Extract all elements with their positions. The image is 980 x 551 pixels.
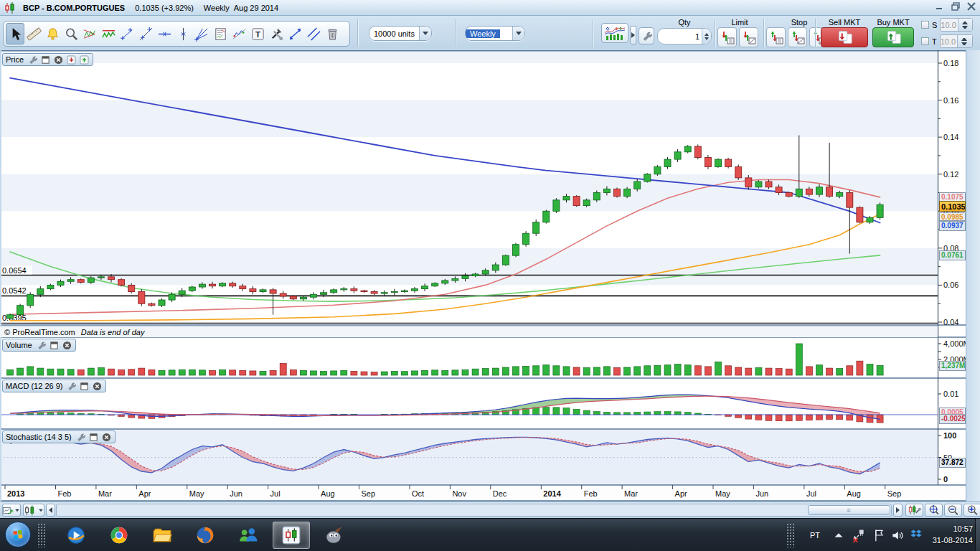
close-icon[interactable] [101, 432, 112, 443]
window-icon[interactable] [88, 432, 99, 443]
chart-tools-button[interactable] [905, 504, 923, 517]
scroll-left-button[interactable] [46, 504, 55, 517]
pointer-tool-button[interactable] [6, 23, 24, 44]
order-stop-diag-button[interactable] [788, 27, 807, 47]
tray-grip[interactable] [786, 523, 795, 547]
units-dropdown[interactable]: 10000 units [369, 26, 432, 41]
wrench-icon[interactable] [27, 55, 38, 65]
buy-market-button[interactable] [872, 27, 914, 47]
close-icon[interactable] [92, 381, 103, 392]
action-flag-icon[interactable] [871, 527, 887, 543]
taskbar-app-media-player[interactable] [57, 522, 95, 549]
network-error-icon[interactable] [851, 527, 867, 543]
zoom-out-button[interactable] [944, 504, 962, 517]
toolbox-icon [269, 27, 284, 42]
taskbar-app-chrome[interactable] [100, 522, 138, 549]
target-stepper[interactable] [957, 35, 972, 47]
taskbar-app-explorer[interactable] [143, 522, 181, 549]
eraser-tool-button[interactable] [323, 23, 341, 44]
collapse-up-icon[interactable] [79, 55, 90, 65]
right-panel-strip[interactable] [966, 50, 980, 501]
close-icon[interactable] [53, 55, 64, 65]
window-icon[interactable] [49, 340, 60, 351]
order-limit-diag-button[interactable] [739, 27, 758, 47]
show-desktop-button[interactable] [975, 519, 980, 551]
order-stop-button[interactable] [766, 27, 786, 47]
ruler-icon [27, 27, 42, 42]
taskbar-app-messenger[interactable] [230, 522, 267, 549]
taskbar-app-firefox[interactable] [187, 522, 224, 549]
price-axis-label: 0.14 [943, 133, 958, 141]
target-checkbox[interactable] [921, 37, 929, 45]
window-icon[interactable] [40, 55, 51, 65]
collapse-down-icon[interactable] [66, 55, 77, 65]
caret-up-icon[interactable] [831, 527, 847, 543]
taskbar-app-prorealtime[interactable] [273, 522, 310, 549]
wrench-icon[interactable] [36, 340, 47, 351]
semi-line-tool-button[interactable] [118, 23, 136, 44]
price-badge-blue-ma: 0.0937 [939, 221, 966, 231]
channel-tool-button[interactable] [99, 23, 118, 44]
scroll-right-button[interactable] [893, 504, 903, 517]
taskbar-app-gimp[interactable] [316, 522, 353, 549]
objects-list-button[interactable] [23, 504, 44, 517]
stochastic-panel-header[interactable]: Stochastic (14 3 5) [2, 430, 116, 443]
zoom-in-button[interactable] [963, 504, 980, 517]
stop-loss-value: 10.0 [941, 21, 957, 29]
parallel-lines-tool-button[interactable] [304, 23, 323, 44]
volume-panel-header[interactable]: Volume [2, 339, 76, 352]
chart-scrollbar-thumb[interactable]: ≡ [808, 505, 890, 515]
restore-button[interactable] [951, 2, 960, 12]
close-window-button[interactable] [967, 2, 976, 12]
wrench-icon[interactable] [75, 432, 86, 443]
ruler-tool-button[interactable] [24, 23, 43, 44]
taskbar-clock[interactable]: 10:57 31-08-2014 [928, 523, 973, 546]
order-limit-button[interactable] [717, 27, 737, 47]
title-bar[interactable]: BCP - B.COM.PORTUGUES 0.1035 (+3.92%) We… [0, 0, 980, 16]
vertical-line-tool-button[interactable] [174, 23, 192, 44]
fan-lines-tool-button[interactable] [192, 23, 211, 44]
stop-loss-input[interactable]: 10.0 [940, 18, 973, 32]
chart-scrollbar-track[interactable]: ≡ [56, 504, 892, 517]
wrench-icon[interactable] [66, 381, 77, 392]
patterns-tool-button[interactable] [80, 23, 99, 44]
taskbar-grip[interactable] [37, 523, 46, 547]
timeframe-dropdown[interactable]: Weekly [465, 26, 525, 41]
zoom-fit-button[interactable] [925, 504, 943, 517]
qty-input[interactable]: 1 [657, 28, 712, 44]
stop-loss-checkbox[interactable] [921, 21, 929, 29]
price-panel-header[interactable]: Price [2, 53, 93, 66]
zoom-tool-button[interactable] [62, 23, 80, 44]
dropbox-icon[interactable] [908, 527, 924, 543]
toolbox-tool-button[interactable] [267, 23, 286, 44]
trading-settings-button[interactable] [639, 27, 654, 44]
stop-loss-stepper[interactable] [958, 19, 973, 31]
alarm-tool-button[interactable] [43, 23, 62, 44]
volume-icon[interactable] [890, 527, 905, 543]
language-indicator[interactable]: PT [805, 527, 825, 543]
target-input[interactable]: 10.0 [940, 34, 973, 48]
close-icon[interactable] [62, 340, 72, 351]
minimize-button[interactable] [936, 2, 944, 12]
start-button[interactable] [5, 522, 31, 547]
window-icon[interactable] [79, 381, 90, 392]
collapse-trading-panel-button[interactable] [630, 26, 636, 44]
macd-panel-header[interactable]: MACD (12 26 9) [2, 380, 106, 392]
sell-market-button[interactable] [821, 27, 868, 47]
share-chart-button[interactable] [2, 504, 21, 517]
buy-mkt-label: Buy MKT [872, 18, 914, 27]
sell-market-icon [835, 29, 854, 46]
eraser-icon [325, 27, 340, 42]
analysis-tool-button[interactable] [211, 23, 230, 44]
horizontal-line-tool-button[interactable] [155, 23, 174, 44]
chart-canvas[interactable]: 0.06540.05420.03950.180.160.140.120.100.… [0, 50, 966, 501]
chart-display-button[interactable] [601, 23, 628, 43]
segment-tool-button[interactable] [286, 23, 304, 44]
x-axis-label: Nov [452, 489, 466, 498]
x-axis-label: Sep [362, 489, 376, 498]
trend-line-tool-button[interactable] [136, 23, 155, 44]
chart-area[interactable]: 0.06540.05420.03950.180.160.140.120.100.… [0, 50, 966, 501]
qty-stepper[interactable] [702, 29, 711, 44]
zigzag-tool-button[interactable] [230, 23, 248, 44]
text-tool-button[interactable]: T [248, 23, 267, 44]
